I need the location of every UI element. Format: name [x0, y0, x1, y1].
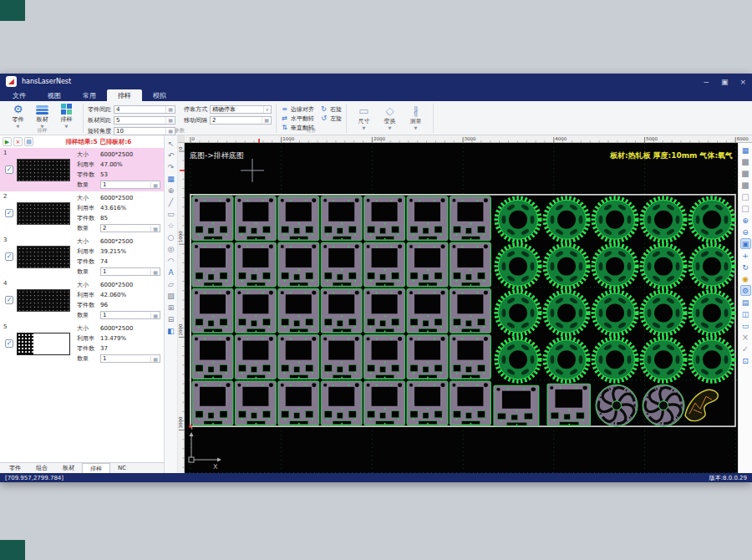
nested-part[interactable] — [321, 335, 362, 379]
nested-part[interactable] — [407, 335, 448, 379]
nested-part[interactable] — [235, 242, 276, 287]
split-view-icon[interactable]: ◫ — [740, 308, 751, 319]
nested-part[interactable] — [278, 381, 319, 425]
result-item-5[interactable]: 5✓大小6000*2500利用率13.479%零件数37数量1▦ — [0, 322, 164, 365]
star-icon[interactable]: ☆ — [165, 220, 176, 231]
close-button[interactable]: × — [739, 78, 746, 86]
nested-gear[interactable] — [642, 245, 685, 288]
nested-gear[interactable] — [496, 245, 540, 288]
nested-gear[interactable] — [642, 198, 685, 242]
zoom-icon[interactable]: ⊕ — [165, 185, 176, 196]
spinner-icon[interactable]: ▦ — [165, 117, 173, 124]
nested-part[interactable] — [321, 381, 362, 425]
redo-icon[interactable]: ↷ — [165, 161, 176, 172]
edge-align-button[interactable]: ≡边缘对齐 — [281, 104, 314, 114]
spinner-icon[interactable]: ▦ — [150, 313, 158, 318]
hatch-icon[interactable]: ▨ — [165, 290, 176, 301]
select-icon[interactable]: ↖ — [165, 138, 176, 149]
spinner-icon[interactable]: ▦ — [150, 356, 158, 362]
rotate-right-button[interactable]: ↻右旋 — [320, 104, 342, 114]
nested-part[interactable] — [364, 242, 405, 287]
nested-part[interactable] — [192, 242, 233, 287]
move-step-input[interactable]: 2▦ — [210, 116, 272, 125]
nested-part[interactable] — [450, 196, 490, 241]
menu-tab-5[interactable]: 模拟 — [142, 89, 177, 101]
nested-part[interactable] — [235, 196, 276, 241]
layer4-icon[interactable]: □ — [740, 191, 751, 202]
nested-impeller[interactable] — [596, 384, 638, 426]
arc-icon[interactable]: ◠ — [165, 255, 176, 266]
result-thumbnail[interactable] — [17, 202, 70, 225]
nested-part[interactable] — [450, 288, 490, 333]
pan-icon[interactable]: + — [740, 250, 751, 261]
sidebar-tab-5[interactable]: NC — [110, 463, 134, 473]
nested-gear[interactable] — [593, 292, 637, 335]
nested-part[interactable] — [450, 335, 490, 379]
qty-input[interactable]: 2▦ — [100, 224, 160, 232]
result-thumbnail[interactable] — [17, 333, 70, 355]
menu-tab-1[interactable]: 文件 — [2, 89, 37, 101]
nested-gear[interactable] — [593, 338, 637, 381]
restore-button[interactable]: ▣ — [721, 78, 729, 86]
result-checkbox[interactable]: ✓ — [5, 165, 13, 174]
result-thumbnail[interactable] — [17, 159, 70, 181]
nested-part[interactable] — [321, 242, 362, 287]
dropdown-icon[interactable]: ∨ — [263, 106, 269, 113]
export-result-icon[interactable]: ▤ — [24, 137, 33, 146]
part-spacing-input[interactable]: 4▦ — [114, 105, 175, 114]
line-icon[interactable]: ╱ — [165, 196, 176, 207]
transform-button[interactable]: ◇变换▼ — [377, 104, 403, 130]
result-item-4[interactable]: 4✓大小6000*2500利用率42.060%零件数96数量1▦ — [0, 278, 164, 322]
result-item-2[interactable]: 2✓大小6000*2500利用率43.616%零件数85数量2▦ — [0, 191, 164, 235]
eraser-icon[interactable]: ▱ — [165, 278, 176, 289]
nested-part[interactable] — [278, 196, 319, 241]
delete-result-icon[interactable]: × — [13, 137, 23, 146]
nested-part[interactable] — [278, 335, 319, 379]
nested-gear[interactable] — [545, 198, 588, 242]
nested-part[interactable] — [278, 288, 319, 333]
start-nest-icon[interactable]: ▶ — [3, 137, 12, 146]
undo-icon[interactable]: ↶ — [165, 150, 176, 160]
result-checkbox[interactable]: ✓ — [5, 339, 13, 348]
sidebar-tab-3[interactable]: 板材 — [55, 463, 82, 473]
nested-impeller[interactable] — [643, 384, 684, 426]
measure-button[interactable]: ∦测量▼ — [403, 104, 429, 130]
nested-part[interactable] — [235, 335, 276, 379]
rectangle-icon[interactable]: ▭ — [165, 208, 176, 219]
result-checkbox[interactable]: ✓ — [5, 296, 13, 304]
nested-part[interactable] — [364, 335, 405, 379]
circle-icon[interactable]: ○ — [165, 232, 176, 242]
qty-input[interactable]: 1▦ — [100, 354, 160, 363]
nested-part[interactable] — [450, 381, 490, 425]
nested-part[interactable] — [192, 381, 233, 425]
nested-part[interactable] — [407, 288, 448, 333]
text-icon[interactable]: A — [165, 267, 176, 277]
sidebar-tab-2[interactable]: 组合 — [28, 463, 55, 473]
sidebar-tab-1[interactable]: 零件 — [2, 463, 28, 473]
nested-part[interactable] — [321, 288, 362, 333]
result-thumbnail[interactable] — [17, 289, 70, 312]
nested-part[interactable] — [407, 196, 448, 241]
nested-gear[interactable] — [593, 245, 637, 288]
spinner-icon[interactable]: ▦ — [150, 269, 158, 275]
result-item-1[interactable]: 1✓大小6000*2500利用率47.00%零件数53数量1▦ — [0, 148, 164, 191]
layer3-icon[interactable]: ■ — [740, 180, 751, 191]
qty-input[interactable]: 1▦ — [100, 311, 160, 319]
nested-part[interactable] — [407, 381, 448, 425]
layer1-icon[interactable]: ■ — [740, 156, 751, 167]
center-view-icon[interactable]: ◉ — [740, 273, 751, 284]
layer5-icon[interactable]: □ — [740, 203, 751, 214]
qty-input[interactable]: 1▦ — [100, 181, 160, 189]
sidebar-tab-4[interactable]: 排样 — [82, 463, 110, 473]
nested-gear[interactable] — [545, 292, 588, 335]
nested-part[interactable] — [278, 242, 319, 287]
result-checkbox[interactable]: ✓ — [5, 252, 13, 261]
dots-grid-icon[interactable]: ⊡ — [740, 355, 751, 366]
menu-tab-4[interactable]: 排样 — [107, 89, 142, 101]
nested-part[interactable] — [192, 196, 233, 241]
nested-gear[interactable] — [690, 292, 734, 335]
nested-gear[interactable] — [642, 338, 685, 381]
check-view-icon[interactable]: ✓ — [740, 344, 751, 354]
zoom-window-icon[interactable]: ▣ — [740, 238, 751, 249]
flip-horizontal-button[interactable]: ⇄水平翻转 — [281, 114, 314, 123]
